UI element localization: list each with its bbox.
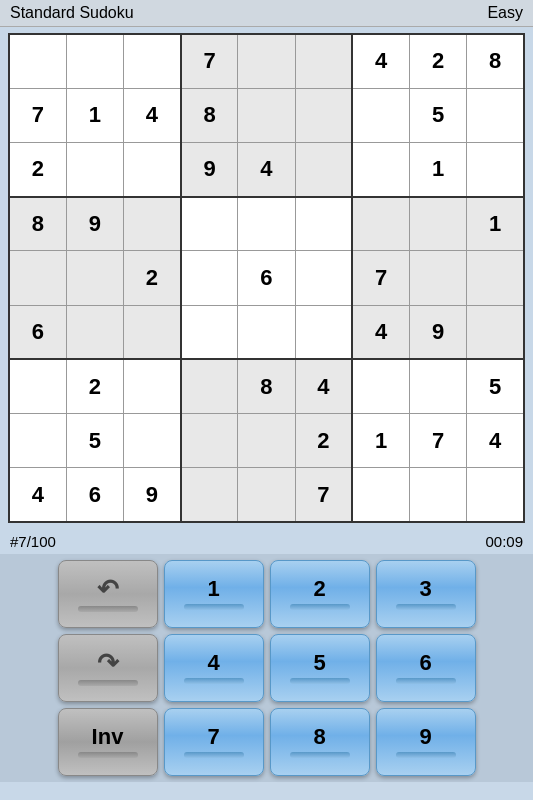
cell-2-3[interactable]: 9 xyxy=(181,142,238,196)
redo-button[interactable]: ↷ xyxy=(58,634,158,702)
cell-4-0[interactable] xyxy=(9,251,66,305)
cell-8-7[interactable] xyxy=(410,468,467,522)
num-7-button[interactable]: 7 xyxy=(164,708,264,776)
cell-3-0[interactable]: 8 xyxy=(9,197,66,251)
cell-7-5[interactable]: 2 xyxy=(295,414,352,468)
cell-3-3[interactable] xyxy=(181,197,238,251)
num-9-button[interactable]: 9 xyxy=(376,708,476,776)
cell-0-8[interactable]: 8 xyxy=(467,34,524,88)
cell-7-7[interactable]: 7 xyxy=(410,414,467,468)
cell-4-8[interactable] xyxy=(467,251,524,305)
cell-6-7[interactable] xyxy=(410,359,467,413)
cell-2-2[interactable] xyxy=(123,142,180,196)
cell-6-6[interactable] xyxy=(352,359,409,413)
cell-1-3[interactable]: 8 xyxy=(181,88,238,142)
cell-6-2[interactable] xyxy=(123,359,180,413)
cell-2-6[interactable] xyxy=(352,142,409,196)
cell-4-3[interactable] xyxy=(181,251,238,305)
cell-1-4[interactable] xyxy=(238,88,295,142)
cell-4-5[interactable] xyxy=(295,251,352,305)
cell-0-6[interactable]: 4 xyxy=(352,34,409,88)
cell-1-7[interactable]: 5 xyxy=(410,88,467,142)
cell-3-8[interactable]: 1 xyxy=(467,197,524,251)
num-6-button[interactable]: 6 xyxy=(376,634,476,702)
cell-8-4[interactable] xyxy=(238,468,295,522)
cell-6-3[interactable] xyxy=(181,359,238,413)
cell-0-0[interactable] xyxy=(9,34,66,88)
cell-2-4[interactable]: 4 xyxy=(238,142,295,196)
cell-2-7[interactable]: 1 xyxy=(410,142,467,196)
cell-7-1[interactable]: 5 xyxy=(66,414,123,468)
cell-2-5[interactable] xyxy=(295,142,352,196)
cell-3-5[interactable] xyxy=(295,197,352,251)
cell-7-3[interactable] xyxy=(181,414,238,468)
cell-1-6[interactable] xyxy=(352,88,409,142)
undo-button[interactable]: ↶ xyxy=(58,560,158,628)
cell-7-4[interactable] xyxy=(238,414,295,468)
cell-8-5[interactable]: 7 xyxy=(295,468,352,522)
cell-8-2[interactable]: 9 xyxy=(123,468,180,522)
cell-0-4[interactable] xyxy=(238,34,295,88)
cell-8-0[interactable]: 4 xyxy=(9,468,66,522)
cell-2-1[interactable] xyxy=(66,142,123,196)
cell-6-8[interactable]: 5 xyxy=(467,359,524,413)
cell-0-3[interactable]: 7 xyxy=(181,34,238,88)
num-1-bar xyxy=(184,604,244,610)
cell-1-5[interactable] xyxy=(295,88,352,142)
num-9-label: 9 xyxy=(419,726,431,748)
difficulty-label: Easy xyxy=(487,4,523,22)
num-2-button[interactable]: 2 xyxy=(270,560,370,628)
cell-1-2[interactable]: 4 xyxy=(123,88,180,142)
cell-7-0[interactable] xyxy=(9,414,66,468)
cell-3-4[interactable] xyxy=(238,197,295,251)
num-8-button[interactable]: 8 xyxy=(270,708,370,776)
cell-8-8[interactable] xyxy=(467,468,524,522)
cell-8-3[interactable] xyxy=(181,468,238,522)
cell-5-8[interactable] xyxy=(467,305,524,359)
cell-5-4[interactable] xyxy=(238,305,295,359)
cell-3-2[interactable] xyxy=(123,197,180,251)
cell-4-7[interactable] xyxy=(410,251,467,305)
cell-5-0[interactable]: 6 xyxy=(9,305,66,359)
cell-5-3[interactable] xyxy=(181,305,238,359)
cell-0-5[interactable] xyxy=(295,34,352,88)
cell-5-2[interactable] xyxy=(123,305,180,359)
cell-5-7[interactable]: 9 xyxy=(410,305,467,359)
cell-3-1[interactable]: 9 xyxy=(66,197,123,251)
grid-row-3: 891 xyxy=(9,197,524,251)
cell-4-2[interactable]: 2 xyxy=(123,251,180,305)
cell-7-8[interactable]: 4 xyxy=(467,414,524,468)
cell-6-5[interactable]: 4 xyxy=(295,359,352,413)
cell-6-4[interactable]: 8 xyxy=(238,359,295,413)
redo-bar xyxy=(78,680,138,686)
cell-6-1[interactable]: 2 xyxy=(66,359,123,413)
cell-5-6[interactable]: 4 xyxy=(352,305,409,359)
cell-0-1[interactable] xyxy=(66,34,123,88)
cell-5-5[interactable] xyxy=(295,305,352,359)
cell-1-8[interactable] xyxy=(467,88,524,142)
num-4-button[interactable]: 4 xyxy=(164,634,264,702)
cell-2-8[interactable] xyxy=(467,142,524,196)
cell-1-1[interactable]: 1 xyxy=(66,88,123,142)
cell-2-0[interactable]: 2 xyxy=(9,142,66,196)
cell-7-2[interactable] xyxy=(123,414,180,468)
num-3-button[interactable]: 3 xyxy=(376,560,476,628)
cell-3-6[interactable] xyxy=(352,197,409,251)
num-1-button[interactable]: 1 xyxy=(164,560,264,628)
cell-8-1[interactable]: 6 xyxy=(66,468,123,522)
cell-1-0[interactable]: 7 xyxy=(9,88,66,142)
num-5-label: 5 xyxy=(313,652,325,674)
cell-6-0[interactable] xyxy=(9,359,66,413)
cell-7-6[interactable]: 1 xyxy=(352,414,409,468)
cell-3-7[interactable] xyxy=(410,197,467,251)
cell-8-6[interactable] xyxy=(352,468,409,522)
cell-5-1[interactable] xyxy=(66,305,123,359)
cell-0-2[interactable] xyxy=(123,34,180,88)
inv-button[interactable]: Inv xyxy=(58,708,158,776)
num-5-button[interactable]: 5 xyxy=(270,634,370,702)
redo-icon: ↷ xyxy=(97,650,119,676)
cell-4-1[interactable] xyxy=(66,251,123,305)
cell-0-7[interactable]: 2 xyxy=(410,34,467,88)
cell-4-4[interactable]: 6 xyxy=(238,251,295,305)
cell-4-6[interactable]: 7 xyxy=(352,251,409,305)
